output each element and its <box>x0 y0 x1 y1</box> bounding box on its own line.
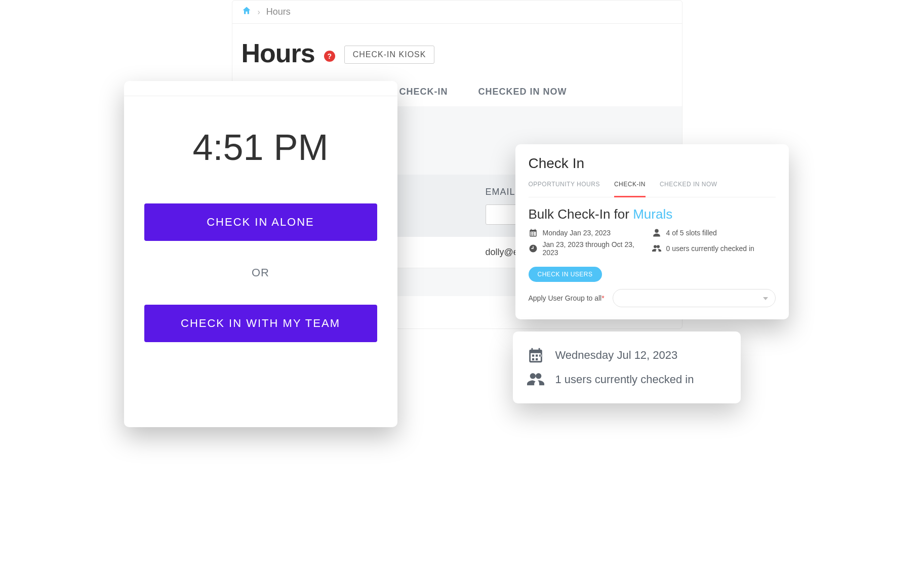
info-slots: 4 of 5 slots filled <box>652 228 776 237</box>
or-divider: OR <box>144 266 377 279</box>
kiosk-topbar <box>124 81 397 96</box>
person-icon <box>652 228 661 237</box>
bulk-info-grid: Monday Jan 23, 2023 4 of 5 slots filled … <box>529 228 776 257</box>
breadcrumb-current: Hours <box>266 7 291 17</box>
bulk-tabs: OPPORTUNITY HOURS CHECK-IN CHECKED IN NO… <box>529 181 776 197</box>
help-icon[interactable]: ? <box>324 51 335 62</box>
summary-checked-in: 1 users currently checked in <box>527 371 727 388</box>
calendar-icon <box>527 347 544 364</box>
hours-title-row: Hours ? CHECK-IN KIOSK <box>232 24 682 84</box>
user-group-select[interactable] <box>613 289 776 307</box>
bulk-title-prefix: Bulk Check-In for <box>529 206 633 222</box>
checkin-kiosk-button[interactable]: CHECK-IN KIOSK <box>344 46 435 64</box>
tab-bulk-check-in[interactable]: CHECK-IN <box>614 181 646 197</box>
bulk-checkin-card: Check In OPPORTUNITY HOURS CHECK-IN CHEC… <box>515 144 789 319</box>
info-date-text: Monday Jan 23, 2023 <box>543 229 611 237</box>
calendar-icon <box>529 228 538 237</box>
people-icon <box>527 371 544 388</box>
summary-card: Wednesday Jul 12, 2023 1 users currently… <box>513 332 741 403</box>
info-slots-text: 4 of 5 slots filled <box>666 229 717 237</box>
check-in-users-button[interactable]: CHECK IN USERS <box>529 267 602 282</box>
check-in-alone-button[interactable]: CHECK IN ALONE <box>144 203 377 241</box>
summary-date: Wednesday Jul 12, 2023 <box>527 347 727 364</box>
bulk-title: Bulk Check-In for Murals <box>529 206 776 222</box>
check-in-team-button[interactable]: CHECK IN WITH MY TEAM <box>144 305 377 342</box>
people-icon <box>652 244 661 253</box>
apply-user-group-row: Apply User Group to all* <box>529 289 776 307</box>
info-range-text: Jan 23, 2023 through Oct 23, 2023 <box>543 240 652 257</box>
tab-bulk-checked-in-now[interactable]: CHECKED IN NOW <box>660 181 717 192</box>
apply-label: Apply User Group to all* <box>529 294 605 302</box>
home-icon[interactable] <box>242 6 252 18</box>
row-email-value: dolly@e <box>486 247 518 257</box>
chevron-right-icon: › <box>258 8 260 17</box>
info-checked-text: 0 users currently checked in <box>666 244 754 253</box>
info-checked-in: 0 users currently checked in <box>652 240 776 257</box>
kiosk-clock: 4:51 PM <box>144 127 377 168</box>
breadcrumb: › Hours <box>232 1 682 24</box>
opportunity-link[interactable]: Murals <box>633 206 672 222</box>
page-title: Hours <box>242 38 315 68</box>
kiosk-card: 4:51 PM CHECK IN ALONE OR CHECK IN WITH … <box>124 81 397 427</box>
bulk-header: Check In <box>529 155 776 172</box>
tab-check-in[interactable]: CHECK-IN <box>399 87 448 97</box>
info-range: Jan 23, 2023 through Oct 23, 2023 <box>529 240 652 257</box>
tab-opportunity-hours[interactable]: OPPORTUNITY HOURS <box>529 181 600 192</box>
info-date: Monday Jan 23, 2023 <box>529 228 652 237</box>
clock-icon <box>529 244 538 253</box>
summary-date-text: Wednesday Jul 12, 2023 <box>555 349 678 362</box>
tab-checked-in-now[interactable]: CHECKED IN NOW <box>478 87 567 97</box>
summary-checked-text: 1 users currently checked in <box>555 373 694 386</box>
